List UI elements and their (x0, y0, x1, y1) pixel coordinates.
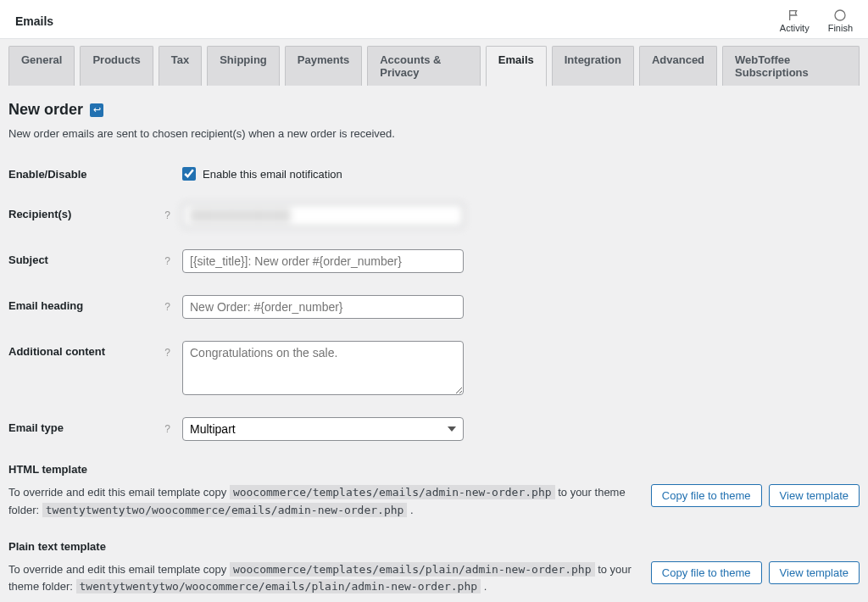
circle-icon (832, 8, 848, 22)
spacer-icon (161, 169, 174, 181)
plain-template-actions: Copy file to theme View template (651, 561, 860, 584)
finish-button[interactable]: Finish (828, 8, 853, 33)
heading-input[interactable] (182, 295, 464, 319)
content-area: General Products Tax Shipping Payments A… (0, 39, 868, 602)
recipient-input[interactable] (182, 203, 464, 227)
help-icon[interactable]: ? (161, 346, 174, 359)
plain-view-button[interactable]: View template (769, 561, 860, 584)
row-additional: Additional content ? (8, 341, 860, 395)
tab-payments[interactable]: Payments (285, 46, 362, 86)
row-type: Email type ? Multipart (8, 417, 860, 441)
page-title-row: New order ↩ (8, 101, 860, 119)
row-subject: Subject ? (8, 249, 860, 273)
help-icon[interactable]: ? (161, 300, 174, 313)
label-subject: Subject (8, 249, 161, 266)
html-view-button[interactable]: View template (769, 484, 860, 507)
top-header-title: Emails (15, 14, 53, 28)
tab-integration[interactable]: Integration (552, 46, 634, 86)
label-additional: Additional content (8, 341, 161, 358)
activity-label: Activity (780, 23, 810, 33)
tab-webtoffee-subscriptions[interactable]: WebToffee Subscriptions (722, 46, 860, 86)
html-dst-path: twentytwentytwo/woocommerce/emails/admin… (42, 503, 408, 517)
back-icon[interactable]: ↩ (90, 103, 103, 117)
email-type-select[interactable]: Multipart (182, 417, 464, 441)
tab-accounts-privacy[interactable]: Accounts & Privacy (367, 46, 481, 86)
label-heading: Email heading (8, 295, 161, 312)
html-template-section: HTML template To override and edit this … (8, 463, 860, 520)
html-template-text: To override and edit this email template… (8, 484, 634, 520)
plain-template-section: Plain text template To override and edit… (8, 540, 860, 597)
page-title: New order (8, 101, 83, 119)
top-header-right: Activity Finish (780, 8, 853, 33)
tab-shipping[interactable]: Shipping (207, 46, 280, 86)
settings-form: Enable/Disable Enable this email notific… (8, 164, 860, 441)
help-icon[interactable]: ? (161, 254, 174, 267)
label-enable: Enable/Disable (8, 164, 161, 181)
tab-bar: General Products Tax Shipping Payments A… (8, 39, 860, 86)
tab-products[interactable]: Products (80, 46, 153, 86)
svg-point-0 (835, 10, 845, 20)
html-template-title: HTML template (8, 463, 860, 476)
activity-button[interactable]: Activity (780, 8, 810, 33)
enable-checkbox[interactable] (182, 167, 196, 181)
html-src-path: woocommerce/templates/emails/admin-new-o… (230, 485, 555, 499)
tab-general[interactable]: General (8, 46, 75, 86)
enable-checkbox-label: Enable this email notification (203, 168, 342, 181)
additional-content-textarea[interactable] (182, 341, 464, 395)
html-template-actions: Copy file to theme View template (651, 484, 860, 507)
help-icon[interactable]: ? (161, 209, 174, 221)
row-recipient: Recipient(s) ? (8, 203, 860, 227)
row-heading: Email heading ? (8, 295, 860, 319)
subject-input[interactable] (182, 249, 464, 273)
flag-icon (787, 8, 802, 22)
page-description: New order emails are sent to chosen reci… (8, 127, 860, 140)
label-recipient: Recipient(s) (8, 203, 161, 220)
help-icon[interactable]: ? (161, 422, 174, 435)
row-enable: Enable/Disable Enable this email notific… (8, 164, 860, 181)
plain-dst-path: twentytwentytwo/woocommerce/emails/plain… (76, 579, 481, 594)
enable-checkbox-row[interactable]: Enable this email notification (182, 164, 342, 181)
plain-template-title: Plain text template (8, 540, 860, 553)
plain-copy-button[interactable]: Copy file to theme (651, 561, 762, 584)
tab-advanced[interactable]: Advanced (639, 46, 717, 86)
html-copy-button[interactable]: Copy file to theme (651, 484, 762, 507)
tab-tax[interactable]: Tax (159, 46, 202, 86)
label-type: Email type (8, 417, 161, 434)
tab-emails[interactable]: Emails (486, 46, 547, 86)
finish-label: Finish (828, 23, 853, 33)
plain-template-text: To override and edit this email template… (8, 561, 634, 597)
top-header: Emails Activity Finish (0, 0, 868, 39)
plain-src-path: woocommerce/templates/emails/plain/admin… (230, 562, 595, 577)
